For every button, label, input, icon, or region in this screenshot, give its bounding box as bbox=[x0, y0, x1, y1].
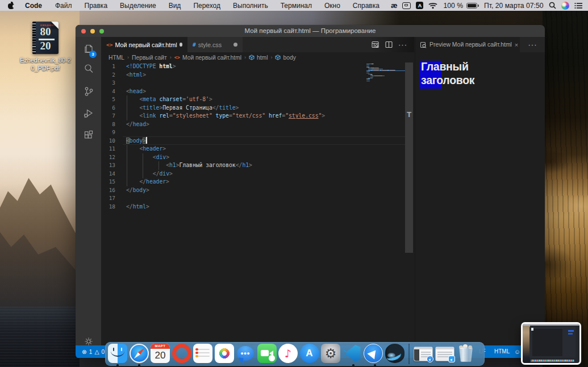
menu-clock[interactable]: Пт, 20 марта 07:50 bbox=[484, 2, 543, 10]
menu-item-8[interactable]: Терминал bbox=[274, 2, 318, 10]
split-editor-icon[interactable] bbox=[385, 40, 393, 49]
line-number: 12 bbox=[101, 153, 115, 162]
modified-dot-icon[interactable] bbox=[180, 43, 182, 47]
preview-tab[interactable]: Preview Мой первый сайт.html × bbox=[415, 37, 520, 52]
code-line-14[interactable]: 14</div> bbox=[101, 170, 414, 178]
dock-safari[interactable] bbox=[130, 344, 149, 363]
dock-photos[interactable] bbox=[215, 344, 234, 363]
code-line-18[interactable]: 18</html> bbox=[101, 203, 414, 211]
tab-style-css[interactable]: # style.css bbox=[187, 37, 243, 52]
activity-bar: 3 bbox=[76, 37, 101, 345]
breadcrumb-item[interactable]: html bbox=[257, 55, 268, 61]
screenshot-preview-window[interactable] bbox=[521, 322, 581, 365]
menu-item-1[interactable]: Code bbox=[22, 2, 49, 10]
code-line-9[interactable]: 9 bbox=[101, 128, 414, 137]
dock-reminders[interactable] bbox=[193, 344, 212, 363]
wifi-icon[interactable] bbox=[428, 2, 437, 9]
warning-icon: △ bbox=[94, 348, 99, 355]
run-debug-icon[interactable] bbox=[82, 107, 95, 119]
line-number: 5 bbox=[101, 95, 115, 104]
battery-percent: 100 % bbox=[443, 2, 463, 10]
window-title-bar[interactable]: Мой первый сайт.html — Програмирование bbox=[76, 25, 545, 37]
more-actions-icon[interactable]: ··· bbox=[398, 40, 407, 49]
dock-music[interactable]: ♪ bbox=[278, 344, 298, 363]
code-line-4[interactable]: 4<head> bbox=[101, 87, 414, 96]
window-title: Мой первый сайт.html — Програмирование bbox=[76, 25, 545, 37]
menu-status-area: æ A 100 % Пт, 20 марта 07:50 bbox=[386, 1, 588, 10]
line-number: 15 bbox=[101, 178, 115, 186]
language-icon[interactable]: A bbox=[416, 2, 423, 9]
dock-finder[interactable] bbox=[108, 344, 127, 363]
problems-indicator[interactable]: ⊗ 1 △ 0 bbox=[82, 345, 105, 358]
apple-menu[interactable] bbox=[0, 2, 22, 9]
dock-messages[interactable]: ••• bbox=[236, 344, 255, 363]
breadcrumb-item[interactable]: HTML bbox=[109, 55, 124, 61]
code-line-8[interactable]: 8</head> bbox=[101, 120, 414, 129]
source-control-icon[interactable] bbox=[82, 85, 95, 98]
dock-mail-plane[interactable] bbox=[364, 344, 383, 363]
dock-calendar[interactable]: МАРТ20 bbox=[151, 344, 170, 363]
dock-app-store[interactable]: A bbox=[300, 344, 319, 363]
tab-moy-perviy-sayt[interactable]: <> Мой первый сайт.html bbox=[101, 37, 187, 52]
vscode-window: Мой первый сайт.html — Програмирование 3 bbox=[76, 25, 545, 358]
code-line-15[interactable]: 15</header> bbox=[101, 178, 414, 186]
breadcrumb-item[interactable]: body bbox=[283, 55, 295, 61]
code-line-11[interactable]: 11<header> bbox=[101, 145, 414, 153]
dock-vscode[interactable] bbox=[343, 344, 362, 363]
dock-minimized-window-2[interactable] bbox=[435, 347, 454, 361]
menu-item-2[interactable]: Файл bbox=[49, 2, 78, 10]
code-line-7[interactable]: 7<link rel="stylesheet" type="text/css" … bbox=[101, 112, 414, 120]
code-line-5[interactable]: 5<meta charset='utf-8'> bbox=[101, 95, 414, 104]
dock-system-preferences[interactable]: ⚙ bbox=[321, 344, 340, 363]
menu-item-3[interactable]: Правка bbox=[78, 2, 114, 10]
dock-minimized-window-1[interactable] bbox=[414, 347, 433, 361]
menu-item-6[interactable]: Переход bbox=[187, 2, 227, 10]
dock-lens-app[interactable] bbox=[385, 344, 404, 363]
menu-item-10[interactable]: Справка bbox=[347, 2, 386, 10]
code-line-16[interactable]: 16</body> bbox=[101, 186, 414, 195]
preview-more-icon[interactable]: ··· bbox=[528, 40, 537, 49]
keyboard-icon[interactable] bbox=[402, 2, 411, 9]
breadcrumb-item[interactable]: Первый сайт bbox=[132, 55, 167, 61]
siri-icon[interactable] bbox=[561, 2, 569, 10]
line-number: 6 bbox=[101, 104, 115, 112]
preview-content: Главный заголовок bbox=[415, 52, 545, 345]
line-number: 17 bbox=[101, 194, 115, 203]
code-editor[interactable]: 1<!DOCTYPE html>2<html>34<head>5<meta ch… bbox=[101, 62, 414, 345]
breadcrumb-item[interactable]: Мой первый сайт.html bbox=[182, 55, 241, 61]
menu-item-7[interactable]: Выполнить bbox=[227, 2, 274, 10]
code-line-13[interactable]: 13<h1>Главный заголовок</h1> bbox=[101, 161, 414, 170]
modified-dot-icon[interactable] bbox=[233, 43, 237, 47]
pdf-file-icon: ЕЖЕДНЕВНИК 80 20 bbox=[32, 22, 59, 54]
dock-facetime[interactable] bbox=[257, 344, 277, 363]
book-cover-20: 20 bbox=[32, 40, 59, 51]
language-indicator[interactable]: HTML bbox=[494, 345, 510, 358]
search-icon[interactable] bbox=[82, 62, 95, 75]
symbol-cube-icon bbox=[249, 55, 255, 60]
apple-icon bbox=[8, 2, 14, 9]
code-line-12[interactable]: 12<div> bbox=[101, 153, 414, 162]
html-file-icon: <> bbox=[174, 55, 180, 60]
code-line-10[interactable]: 10<body> bbox=[101, 137, 414, 145]
preview-tab-bar: Preview Мой первый сайт.html × ··· bbox=[415, 37, 545, 52]
code-line-17[interactable]: 17 bbox=[101, 194, 414, 203]
menu-item-9[interactable]: Окно bbox=[318, 2, 347, 10]
desktop-file-ezhednevnik-pdf[interactable]: ЕЖЕДНЕВНИК 80 20 Ezhednevnik_80-2 0_PDF.… bbox=[16, 22, 75, 72]
indent-guide bbox=[159, 161, 159, 170]
menu-item-4[interactable]: Выделение bbox=[114, 2, 162, 10]
open-preview-icon[interactable] bbox=[371, 40, 380, 49]
spotlight-icon[interactable] bbox=[549, 2, 556, 9]
minimap[interactable] bbox=[366, 64, 404, 82]
input-source-icon[interactable]: æ bbox=[391, 1, 398, 10]
close-preview-icon[interactable]: × bbox=[515, 41, 518, 48]
extensions-icon[interactable] bbox=[82, 129, 95, 141]
line-number: 13 bbox=[101, 161, 115, 170]
menu-item-5[interactable]: Вид bbox=[162, 2, 187, 10]
editor-scrollbar[interactable] bbox=[405, 62, 413, 253]
dock-trash[interactable] bbox=[456, 344, 476, 363]
breadcrumb[interactable]: HTML›Первый сайт›<>Мой первый сайт.html›… bbox=[101, 52, 414, 62]
notification-center-icon[interactable] bbox=[574, 2, 582, 9]
feedback-smiley-icon[interactable]: ☺ bbox=[514, 345, 520, 358]
dock-opera[interactable] bbox=[172, 344, 191, 363]
code-line-6[interactable]: 6<title>Первая Страница</title> bbox=[101, 104, 414, 112]
